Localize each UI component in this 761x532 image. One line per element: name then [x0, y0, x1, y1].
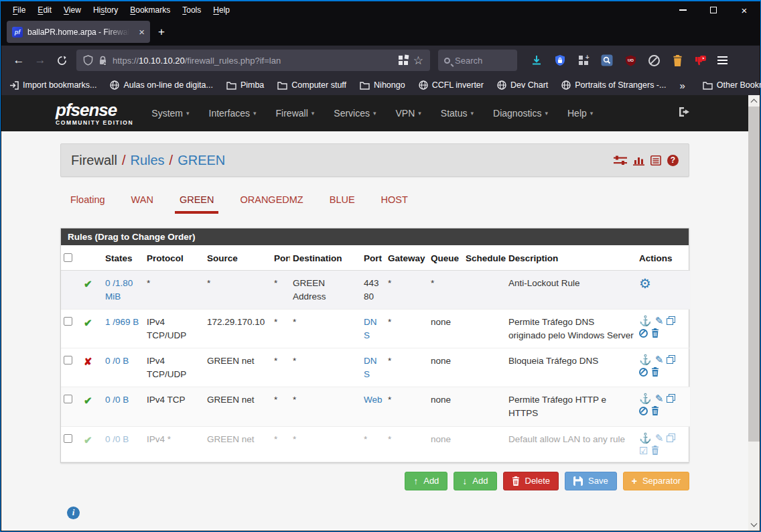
search-extension[interactable]	[598, 52, 616, 69]
states-link[interactable]: 0 /0 B	[105, 434, 129, 444]
logout-button[interactable]	[679, 107, 691, 120]
table-row-disabled[interactable]: ✔ 0 /0 B IPv4 * GREEN net * * * * none	[61, 426, 690, 462]
anchor-icon[interactable]: ⚓	[639, 354, 652, 364]
lock-warning-icon[interactable]	[98, 56, 107, 66]
menu-file[interactable]: File	[8, 4, 30, 16]
minimize-button[interactable]	[667, 3, 698, 17]
url-bar[interactable]: https://10.10.10.20/firewall_rules.php?i…	[76, 50, 430, 71]
other-bookmarks[interactable]: Other Bookmarks	[703, 80, 761, 90]
copy-icon[interactable]	[667, 316, 675, 325]
ublock-origin-extension[interactable]: UO	[622, 52, 639, 69]
bookmark-ccfl[interactable]: CCFL inverter	[419, 80, 484, 90]
delete-rule-icon[interactable]	[651, 367, 659, 377]
save-button[interactable]: Save	[565, 472, 617, 490]
scrollbar-thumb[interactable]	[748, 107, 760, 442]
bookmark-folder-computer-stuff[interactable]: Computer stuff	[277, 80, 346, 90]
nav-diagnostics[interactable]: Diagnostics▾	[493, 108, 548, 119]
breadcrumb-interface-link[interactable]: GREEN	[178, 153, 225, 168]
close-tab-icon[interactable]: ×	[139, 27, 145, 37]
pfsense-logo[interactable]: pfsense COMMUNITY EDITION	[56, 101, 133, 126]
disable-icon[interactable]	[639, 329, 648, 338]
anchor-icon[interactable]: ⚓	[639, 393, 652, 403]
nav-vpn[interactable]: VPN▾	[396, 108, 421, 119]
nav-firewall[interactable]: Firewall▾	[276, 108, 315, 119]
states-link[interactable]: 0 /0 B	[105, 395, 129, 405]
row-checkbox[interactable]	[64, 434, 72, 443]
states-link[interactable]: 0 /0 B	[105, 356, 129, 366]
search-input[interactable]	[455, 56, 502, 66]
menu-edit[interactable]: Edit	[33, 4, 56, 16]
add-rule-bottom-button[interactable]: ↓Add	[454, 472, 496, 490]
row-checkbox[interactable]	[64, 356, 72, 364]
browser-tab[interactable]: pf ballaPR.home.arpa - Firewall: Ru ×	[7, 21, 150, 43]
search-box[interactable]	[438, 50, 517, 71]
menu-tools[interactable]: Tools	[178, 4, 206, 16]
downloads-button[interactable]	[528, 52, 545, 69]
app-menu-button[interactable]	[713, 52, 732, 68]
table-row[interactable]: ✔ 1 /969 B IPv4 TCP/UDP 172.29.170.10 * …	[61, 310, 690, 348]
bookmarks-overflow-button[interactable]: »	[679, 80, 685, 91]
nav-system[interactable]: System▾	[151, 108, 189, 119]
dst-port-link[interactable]: Web	[364, 395, 383, 405]
edit-icon[interactable]: ✎	[655, 316, 664, 326]
copy-icon[interactable]	[667, 394, 675, 403]
tracking-shield-icon[interactable]	[83, 55, 93, 66]
table-row[interactable]: ✘ 0 /0 B IPv4 TCP/UDP GREEN net * * DNS …	[61, 348, 690, 387]
disable-icon[interactable]	[639, 368, 648, 377]
maximize-button[interactable]	[698, 3, 729, 17]
nav-interfaces[interactable]: Interfaces▾	[209, 108, 257, 119]
nav-services[interactable]: Services▾	[334, 108, 376, 119]
sliders-icon[interactable]	[614, 155, 627, 165]
delete-rule-icon[interactable]	[651, 328, 659, 338]
edit-icon[interactable]: ✎	[655, 433, 664, 443]
tab-wan[interactable]: WAN	[127, 194, 158, 214]
menu-view[interactable]: View	[59, 4, 86, 16]
bookmark-import[interactable]: Import bookmarks...	[9, 80, 96, 90]
copy-icon[interactable]	[667, 434, 675, 442]
bookmark-star-icon[interactable]: ☆	[413, 54, 423, 68]
back-button[interactable]: ←	[8, 50, 29, 70]
forward-button[interactable]: →	[29, 50, 51, 70]
bar-chart-icon[interactable]	[633, 155, 644, 165]
disable-icon[interactable]	[639, 407, 648, 415]
states-link[interactable]: 0 /1.80 MiB	[105, 278, 133, 302]
extensions-button[interactable]: +	[575, 52, 592, 69]
copy-icon[interactable]	[667, 355, 675, 364]
reload-button[interactable]	[51, 50, 72, 70]
edit-icon[interactable]: ✎	[655, 354, 664, 364]
bookmark-folder-pimba[interactable]: Pimba	[226, 80, 264, 90]
add-rule-top-button[interactable]: ↑Add	[405, 472, 447, 490]
info-icon[interactable]: i	[67, 507, 80, 519]
tab-host[interactable]: HOST	[376, 194, 413, 214]
menu-help[interactable]: Help	[208, 4, 234, 16]
row-checkbox[interactable]	[64, 317, 72, 326]
enable-icon[interactable]: ☑	[639, 446, 648, 456]
nav-status[interactable]: Status▾	[441, 108, 474, 119]
tab-orangedmz[interactable]: ORANGEDMZ	[235, 194, 307, 214]
tab-blue[interactable]: BLUE	[325, 194, 360, 214]
tab-floating[interactable]: Floating	[66, 194, 110, 214]
states-link[interactable]: 1 /969 B	[105, 317, 139, 327]
delete-button[interactable]: Delete	[503, 472, 559, 490]
table-row[interactable]: ✔ 0 /0 B IPv4 TCP GREEN net * * Web * no…	[61, 387, 690, 426]
page-scrollbar[interactable]	[748, 95, 760, 531]
anchor-icon[interactable]: ⚓	[639, 316, 652, 326]
anchor-icon[interactable]: ⚓	[639, 433, 652, 443]
bookmark-dev-chart[interactable]: Dev Chart	[497, 80, 548, 90]
bookmark-aulas[interactable]: Aulas on-line de digita...	[110, 80, 212, 90]
bookmark-folder-nihongo[interactable]: Nihongo	[360, 80, 405, 90]
menu-history[interactable]: History	[88, 4, 123, 16]
noscript-extension[interactable]	[645, 52, 663, 69]
bookmark-portraits[interactable]: Portraits of Strangers -...	[561, 80, 666, 90]
nav-help[interactable]: Help▾	[567, 108, 593, 119]
breadcrumb-rules-link[interactable]: Rules	[130, 153, 164, 168]
scroll-down-arrow[interactable]	[751, 521, 758, 527]
log-list-icon[interactable]	[650, 155, 661, 165]
url-text[interactable]: https://10.10.10.20/firewall_rules.php?i…	[113, 56, 393, 66]
separator-button[interactable]: +Separator	[623, 472, 689, 490]
edit-icon[interactable]: ✎	[655, 393, 664, 403]
tab-green[interactable]: GREEN	[175, 194, 219, 214]
new-tab-button[interactable]: +	[158, 25, 165, 39]
gear-icon[interactable]: ⚙	[639, 276, 651, 291]
select-all-checkbox[interactable]	[64, 253, 72, 262]
